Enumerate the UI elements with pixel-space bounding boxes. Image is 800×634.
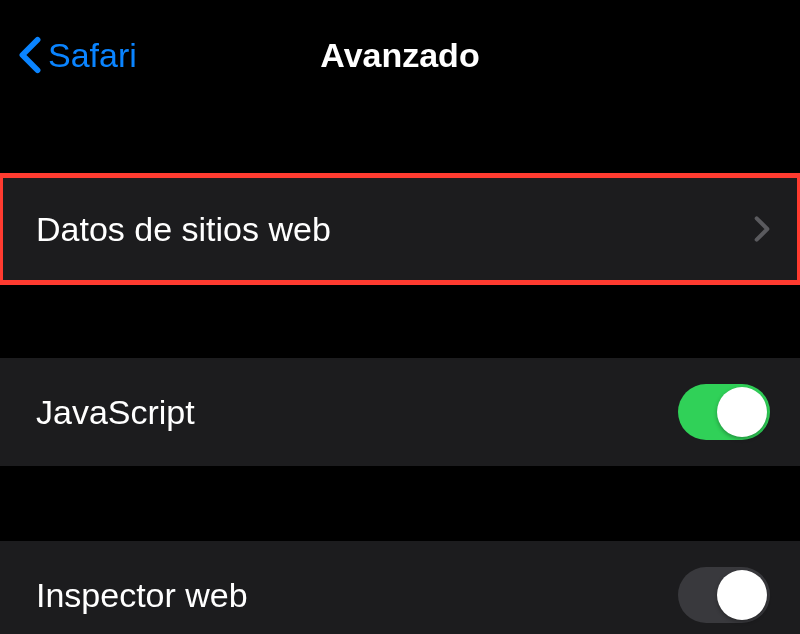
chevron-right-icon	[754, 215, 770, 243]
web-inspector-label: Inspector web	[36, 576, 248, 615]
page-title: Avanzado	[320, 36, 479, 75]
back-button[interactable]: Safari	[0, 36, 137, 75]
web-inspector-row: Inspector web	[0, 541, 800, 634]
back-label: Safari	[48, 36, 137, 75]
toggle-knob	[717, 570, 767, 620]
javascript-toggle[interactable]	[678, 384, 770, 440]
website-data-row[interactable]: Datos de sitios web	[0, 175, 800, 283]
chevron-left-icon	[18, 36, 42, 74]
section-spacer	[0, 110, 800, 175]
javascript-label: JavaScript	[36, 393, 195, 432]
section-spacer	[0, 283, 800, 358]
javascript-row: JavaScript	[0, 358, 800, 466]
web-inspector-toggle[interactable]	[678, 567, 770, 623]
toggle-knob	[717, 387, 767, 437]
nav-header: Safari Avanzado	[0, 0, 800, 110]
website-data-label: Datos de sitios web	[36, 210, 331, 249]
section-spacer	[0, 466, 800, 541]
